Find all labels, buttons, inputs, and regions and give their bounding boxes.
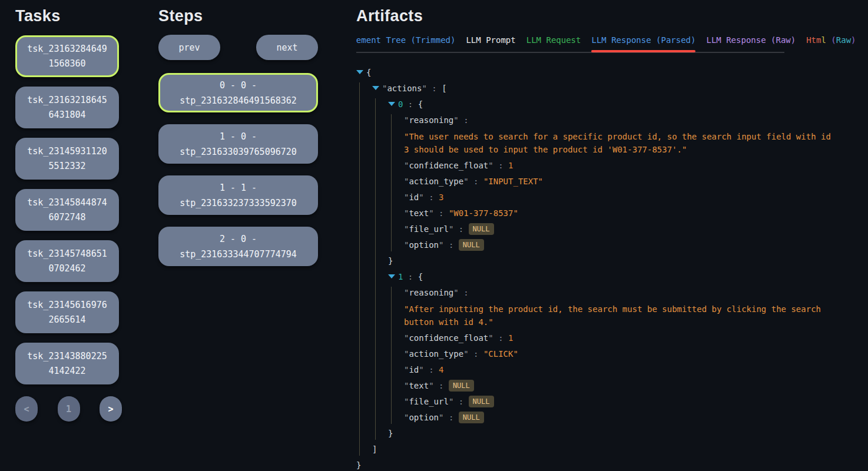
task-item-label: tsk_231456169762665614 [25,298,109,327]
tab-llm-response-raw[interactable]: LLM Response (Raw) [706,35,796,45]
collapse-toggle-icon[interactable] [388,274,395,278]
colon: : [459,115,469,125]
quote: " [488,333,493,343]
json-string-value: "After inputting the product id, the sea… [404,303,833,329]
tasks-pagination: < 1 > [15,396,122,422]
json-key: "file_url" [404,224,453,234]
null-badge: NULL [469,396,494,407]
task-item[interactable]: tsk_231459311205512332 [15,138,119,180]
quote: " [429,381,433,390]
json-key: "id" [404,193,424,202]
pagination-prev-button[interactable]: < [15,396,38,422]
colon: : [493,161,508,170]
step-item-label: 2 - 0 - stp_231633344707774794 [167,231,309,262]
bracket: ] [372,445,377,454]
json-leaf-line: "id" : 4 [404,364,856,376]
tab-label: l [821,35,826,45]
json-leaf-line: "action_type" : "CLICK" [404,348,856,360]
task-item[interactable]: tsk_231456169762665614 [15,291,119,333]
json-key-text: reasoning [409,115,453,125]
quote: " [422,84,426,93]
json-key-text: actions [387,84,422,93]
quote: " [453,115,458,125]
steps-next-button[interactable]: next [256,35,318,60]
bracket: } [388,429,393,438]
pagination-next-button[interactable]: > [100,396,122,422]
quote: " [429,208,433,218]
collapse-toggle-icon[interactable] [372,86,379,90]
json-key: "confidence_float" [404,161,493,170]
colon: : [434,208,449,218]
colon: : [443,240,458,250]
tab-llm-prompt[interactable]: LLM Prompt [466,35,515,45]
json-open-line: 0 : { [388,98,856,111]
app-root: Tasks tsk_231632846491568360tsk_23163218… [0,0,868,471]
tab-element-tree-trimmed[interactable]: Element Tree (Trimmed) [356,35,455,45]
task-item[interactable]: tsk_231438802254142422 [15,343,119,384]
json-children: "reasoning" : "After inputting the produ… [391,287,856,424]
tab-label: ( [826,35,836,45]
json-key-text: id [409,365,419,374]
null-badge: NULL [449,380,474,392]
json-open-line: { [356,67,856,79]
json-leaf-line: "id" : 3 [404,191,856,204]
json-close-line: ] [372,443,856,456]
json-key-text: confidence_float [409,161,488,170]
json-key-text: text [409,208,429,218]
task-item[interactable]: tsk_231457486510702462 [15,240,119,282]
collapse-toggle-icon[interactable] [388,102,395,106]
step-item-label: 1 - 0 - stp_231633039765096720 [167,129,309,160]
json-leaf-line: "file_url" : NULL [404,223,856,236]
tab-llm-request[interactable]: LLM Request [526,35,581,45]
json-string-value: "CLICK" [483,349,518,359]
tab-label: LLM Prompt [466,35,515,45]
json-viewer: {"actions" : [0 : {"reasoning" : "The us… [356,67,856,471]
tab-llm-response-parsed[interactable]: LLM Response (Parsed) [591,35,695,45]
json-leaf-line: "action_type" : "INPUT_TEXT" [404,175,856,188]
quote: " [463,349,468,359]
task-item-label: tsk_231632846491568360 [25,42,109,71]
task-item-label: tsk_231438802254142422 [25,349,109,379]
json-string-value: "INPUT_TEXT" [483,177,543,186]
json-key-text: option [409,413,439,422]
task-item[interactable]: tsk_231458448746072748 [15,189,119,231]
step-item-label: 1 - 1 - stp_231633237333592370 [167,180,309,211]
pagination-page-button[interactable]: 1 [58,396,80,422]
json-key-text: file_url [409,224,448,234]
json-long-string-entry: "reasoning" : "The user needs to search … [404,114,856,156]
json-close-line: } [388,427,856,440]
tab-label: Raw [836,35,851,45]
artifacts-heading: Artifacts [356,7,856,25]
step-item-label: 0 - 0 - stp_231632846491568362 [167,78,309,108]
json-key-text: reasoning [409,288,453,297]
colon: : [434,381,449,390]
json-string-value: "W01-377-8537" [449,208,518,218]
json-key-text: action_type [409,177,463,186]
tab-bar-baseline [356,52,784,53]
json-leaf-line: "confidence_float" : 1 [404,332,856,344]
task-item[interactable]: tsk_231632186456431804 [15,87,119,128]
step-item[interactable]: 2 - 0 - stp_231633344707774794 [158,227,318,266]
json-leaf-line: "option" : NULL [404,412,856,424]
json-number-value: 4 [439,365,443,374]
colon: : [424,193,439,202]
json-key-text: option [409,240,439,250]
json-key: "action_type" [404,349,469,359]
json-key: "text" [404,208,434,218]
json-key: "option" [404,240,443,250]
steps-prev-button[interactable]: prev [158,35,220,60]
collapse-toggle-icon[interactable] [356,70,363,74]
bracket: [ [442,84,446,93]
step-item[interactable]: 0 - 0 - stp_231632846491568362 [158,73,318,112]
json-leaf-line: "file_url" : NULL [404,396,856,408]
tab-label: LLM Request [526,35,581,45]
step-item[interactable]: 1 - 0 - stp_231633039765096720 [158,124,318,164]
task-item[interactable]: tsk_231632846491568360 [15,35,119,77]
task-item-label: tsk_231632186456431804 [25,93,109,122]
json-children: "actions" : [0 : {"reasoning" : "The use… [359,82,856,456]
step-item[interactable]: 1 - 1 - stp_231633237333592370 [158,175,318,215]
json-open-line: 1 : { [388,271,856,283]
json-key: "actions" [382,84,427,93]
tab-html-raw[interactable]: Html (Raw) [806,35,856,45]
quote: " [488,161,493,170]
